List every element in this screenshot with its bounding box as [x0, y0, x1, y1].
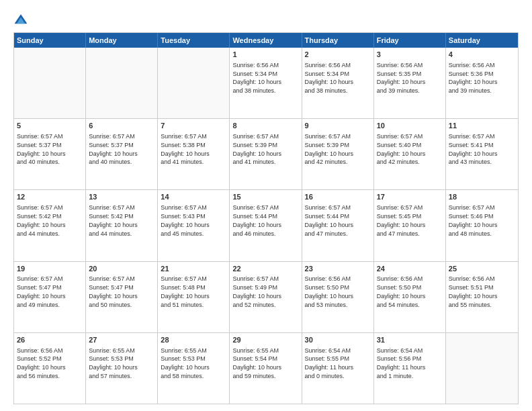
day-number: 23 [305, 264, 371, 274]
calendar-cell: 27Sunrise: 6:55 AM Sunset: 5:53 PM Dayli… [86, 333, 158, 404]
calendar-cell: 16Sunrise: 6:57 AM Sunset: 5:44 PM Dayli… [302, 190, 374, 261]
day-number: 28 [161, 335, 226, 345]
day-number: 21 [161, 264, 226, 274]
calendar-cell: 14Sunrise: 6:57 AM Sunset: 5:43 PM Dayli… [158, 190, 230, 261]
day-info: Sunrise: 6:56 AM Sunset: 5:36 PM Dayligh… [449, 62, 498, 94]
day-number: 2 [305, 50, 371, 60]
calendar-cell: 5Sunrise: 6:57 AM Sunset: 5:37 PM Daylig… [14, 119, 86, 189]
day-number: 1 [232, 50, 298, 60]
day-number: 11 [449, 121, 515, 131]
calendar-row-2: 12Sunrise: 6:57 AM Sunset: 5:42 PM Dayli… [14, 189, 518, 261]
day-info: Sunrise: 6:56 AM Sunset: 5:50 PM Dayligh… [377, 275, 426, 308]
day-info: Sunrise: 6:57 AM Sunset: 5:42 PM Dayligh… [17, 204, 66, 236]
calendar-cell: 13Sunrise: 6:57 AM Sunset: 5:42 PM Dayli… [86, 190, 158, 261]
day-number: 8 [232, 121, 298, 131]
day-number: 27 [89, 335, 154, 345]
calendar-cell: 11Sunrise: 6:57 AM Sunset: 5:41 PM Dayli… [446, 119, 518, 189]
calendar-body: 1Sunrise: 6:56 AM Sunset: 5:34 PM Daylig… [14, 48, 518, 404]
day-info: Sunrise: 6:57 AM Sunset: 5:43 PM Dayligh… [161, 204, 210, 236]
day-info: Sunrise: 6:56 AM Sunset: 5:34 PM Dayligh… [232, 62, 281, 94]
day-number: 12 [17, 192, 83, 202]
day-number: 10 [377, 121, 443, 131]
calendar-cell: 4Sunrise: 6:56 AM Sunset: 5:36 PM Daylig… [446, 48, 518, 118]
header-day-wednesday: Wednesday [230, 33, 302, 48]
day-info: Sunrise: 6:56 AM Sunset: 5:52 PM Dayligh… [17, 347, 66, 379]
day-info: Sunrise: 6:55 AM Sunset: 5:53 PM Dayligh… [161, 347, 210, 379]
day-info: Sunrise: 6:57 AM Sunset: 5:44 PM Dayligh… [305, 204, 354, 236]
calendar-cell: 7Sunrise: 6:57 AM Sunset: 5:38 PM Daylig… [158, 119, 230, 189]
header-day-saturday: Saturday [446, 33, 518, 48]
day-number: 16 [305, 192, 371, 202]
header-day-thursday: Thursday [302, 33, 374, 48]
day-number: 15 [232, 192, 298, 202]
day-number: 13 [89, 192, 154, 202]
day-number: 3 [377, 50, 443, 60]
calendar-row-0: 1Sunrise: 6:56 AM Sunset: 5:34 PM Daylig… [14, 48, 518, 118]
calendar-cell: 24Sunrise: 6:56 AM Sunset: 5:50 PM Dayli… [374, 262, 446, 332]
day-number: 19 [17, 264, 83, 274]
calendar-cell: 1Sunrise: 6:56 AM Sunset: 5:34 PM Daylig… [230, 48, 302, 118]
calendar-cell: 9Sunrise: 6:57 AM Sunset: 5:39 PM Daylig… [302, 119, 374, 189]
day-number: 14 [161, 192, 226, 202]
day-info: Sunrise: 6:57 AM Sunset: 5:48 PM Dayligh… [161, 275, 210, 308]
calendar: SundayMondayTuesdayWednesdayThursdayFrid… [13, 32, 519, 404]
calendar-row-3: 19Sunrise: 6:57 AM Sunset: 5:47 PM Dayli… [14, 261, 518, 332]
calendar-cell [86, 48, 158, 118]
day-number: 20 [89, 264, 154, 274]
calendar-header: SundayMondayTuesdayWednesdayThursdayFrid… [14, 33, 518, 48]
calendar-cell: 23Sunrise: 6:56 AM Sunset: 5:50 PM Dayli… [302, 262, 374, 332]
day-number: 26 [17, 335, 83, 345]
calendar-cell: 8Sunrise: 6:57 AM Sunset: 5:39 PM Daylig… [230, 119, 302, 189]
day-number: 25 [449, 264, 515, 274]
day-info: Sunrise: 6:57 AM Sunset: 5:49 PM Dayligh… [232, 275, 281, 308]
day-info: Sunrise: 6:57 AM Sunset: 5:39 PM Dayligh… [305, 133, 354, 165]
day-info: Sunrise: 6:57 AM Sunset: 5:37 PM Dayligh… [89, 133, 138, 165]
calendar-cell [446, 333, 518, 404]
calendar-cell: 26Sunrise: 6:56 AM Sunset: 5:52 PM Dayli… [14, 333, 86, 404]
logo [13, 12, 31, 27]
day-info: Sunrise: 6:57 AM Sunset: 5:41 PM Dayligh… [449, 133, 498, 165]
calendar-cell: 15Sunrise: 6:57 AM Sunset: 5:44 PM Dayli… [230, 190, 302, 261]
calendar-cell: 18Sunrise: 6:57 AM Sunset: 5:46 PM Dayli… [446, 190, 518, 261]
header-day-friday: Friday [374, 33, 446, 48]
day-info: Sunrise: 6:57 AM Sunset: 5:40 PM Dayligh… [377, 133, 426, 165]
calendar-cell: 29Sunrise: 6:55 AM Sunset: 5:54 PM Dayli… [230, 333, 302, 404]
calendar-row-4: 26Sunrise: 6:56 AM Sunset: 5:52 PM Dayli… [14, 332, 518, 404]
day-number: 5 [17, 121, 83, 131]
calendar-cell: 30Sunrise: 6:54 AM Sunset: 5:55 PM Dayli… [302, 333, 374, 404]
day-info: Sunrise: 6:55 AM Sunset: 5:53 PM Dayligh… [89, 347, 138, 379]
header-day-sunday: Sunday [14, 33, 86, 48]
day-info: Sunrise: 6:57 AM Sunset: 5:45 PM Dayligh… [377, 204, 426, 236]
day-info: Sunrise: 6:56 AM Sunset: 5:51 PM Dayligh… [449, 275, 498, 308]
calendar-cell: 10Sunrise: 6:57 AM Sunset: 5:40 PM Dayli… [374, 119, 446, 189]
day-number: 9 [305, 121, 371, 131]
day-number: 7 [161, 121, 226, 131]
calendar-cell: 17Sunrise: 6:57 AM Sunset: 5:45 PM Dayli… [374, 190, 446, 261]
day-info: Sunrise: 6:56 AM Sunset: 5:50 PM Dayligh… [305, 275, 354, 308]
day-number: 22 [232, 264, 298, 274]
day-info: Sunrise: 6:57 AM Sunset: 5:38 PM Dayligh… [161, 133, 210, 165]
calendar-cell: 12Sunrise: 6:57 AM Sunset: 5:42 PM Dayli… [14, 190, 86, 261]
header-day-monday: Monday [86, 33, 158, 48]
calendar-cell: 22Sunrise: 6:57 AM Sunset: 5:49 PM Dayli… [230, 262, 302, 332]
calendar-cell: 2Sunrise: 6:56 AM Sunset: 5:34 PM Daylig… [302, 48, 374, 118]
day-info: Sunrise: 6:54 AM Sunset: 5:56 PM Dayligh… [377, 347, 426, 379]
calendar-cell: 21Sunrise: 6:57 AM Sunset: 5:48 PM Dayli… [158, 262, 230, 332]
day-number: 17 [377, 192, 443, 202]
day-number: 6 [89, 121, 154, 131]
day-number: 30 [305, 335, 371, 345]
day-info: Sunrise: 6:57 AM Sunset: 5:47 PM Dayligh… [17, 275, 66, 308]
logo-icon [13, 12, 28, 27]
day-info: Sunrise: 6:57 AM Sunset: 5:44 PM Dayligh… [232, 204, 281, 236]
calendar-cell: 31Sunrise: 6:54 AM Sunset: 5:56 PM Dayli… [374, 333, 446, 404]
day-info: Sunrise: 6:54 AM Sunset: 5:55 PM Dayligh… [305, 347, 354, 379]
day-number: 18 [449, 192, 515, 202]
calendar-cell: 6Sunrise: 6:57 AM Sunset: 5:37 PM Daylig… [86, 119, 158, 189]
calendar-cell [158, 48, 230, 118]
header [13, 12, 519, 27]
day-number: 29 [232, 335, 298, 345]
day-info: Sunrise: 6:56 AM Sunset: 5:34 PM Dayligh… [305, 62, 354, 94]
day-info: Sunrise: 6:57 AM Sunset: 5:46 PM Dayligh… [449, 204, 498, 236]
day-number: 31 [377, 335, 443, 345]
day-info: Sunrise: 6:55 AM Sunset: 5:54 PM Dayligh… [232, 347, 281, 379]
